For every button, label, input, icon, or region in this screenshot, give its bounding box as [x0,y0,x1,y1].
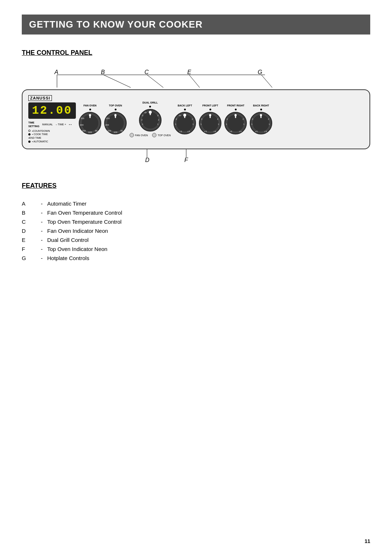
letter-e-top: E [187,69,191,75]
bottom-letter-labels: D F [22,149,370,164]
timer-section: ZANUSSI 12.00 TIMESETTING MANUAL – TIME … [28,95,76,143]
feature-desc-b: Fan Oven Temperature Control [47,210,370,216]
letter-g-top: G [258,69,262,75]
feature-item-g: G - Hotplate Controls [22,255,370,261]
automatic-label: • AUTOMATIC [32,140,48,143]
countdown-label: •COUNTDOWN [32,129,50,133]
feature-desc-g: Hotplate Controls [47,255,370,261]
svg-rect-36 [150,112,151,115]
fan-oven-knob-group: FAN OVEN 0 250 200 150 100 50 [79,104,101,134]
feature-desc-c: Top Oven Temperature Control [47,219,370,225]
front-right-knob-group: FRONT RIGHT 0 2 1 2 1 s 9 s 9 [224,104,247,134]
features-section: FEATURES A - Automatic Timer B - Fan Ove… [22,182,370,261]
letter-f-bottom: F [184,157,188,163]
front-right-knob[interactable]: 0 2 1 2 1 s 9 s 9 [224,112,247,134]
svg-line-3 [189,75,200,88]
fan-oven-neon-circle [130,133,134,137]
top-oven-knob[interactable]: 0 250 200 150 100 50 [104,112,127,134]
feature-item-c: C - Top Oven Temperature Control [22,219,370,225]
svg-text:100: 100 [114,131,118,133]
end-time-label: •END TIME [28,136,41,140]
feature-desc-d: Fan Oven Indicator Neon [47,228,370,234]
feature-letter-g: G [22,255,36,261]
time-plus-label: – TIME + [56,123,66,126]
top-oven-neon-label: TOP OVEN [158,134,171,137]
top-oven-neon-group: TOP OVEN [152,133,171,137]
letter-d-bottom: D [145,157,150,163]
fan-oven-neon-label: FAN OVEN [135,134,148,137]
back-left-knob-label: BACK LEFT [178,104,192,107]
svg-text:s 9: s 9 [255,130,258,133]
countdown-dot [28,130,30,132]
svg-text:250: 250 [106,117,110,119]
svg-text:250: 250 [81,117,85,119]
manual-label: MANUAL [42,123,53,126]
fan-oven-knob[interactable]: 0 250 200 150 100 50 [79,112,101,134]
svg-line-4 [261,75,272,88]
feature-item-b: B - Fan Oven Temperature Control [22,210,370,216]
svg-rect-47 [184,114,185,118]
feature-item-d: D - Fan Oven Indicator Neon [22,228,370,234]
svg-text:150: 150 [82,130,86,132]
svg-text:s 9: s 9 [239,130,242,133]
svg-text:50: 50 [121,130,123,132]
back-left-knob[interactable]: •0• 2 1 2 1 s 9 s 9 [173,112,196,134]
back-right-knob-group: BACK RIGHT 0 2 1 2 1 s 9 s 9 [250,104,272,134]
feature-letter-c: C [22,219,36,225]
brand-label: ZANUSSI [28,95,52,101]
feature-letter-f: F [22,246,36,252]
svg-rect-15 [90,114,91,118]
neon-indicators: FAN OVEN TOP OVEN [130,133,171,137]
top-oven-neon-circle [152,133,156,137]
svg-text:50: 50 [95,130,98,132]
automatic-dot [28,141,30,143]
time-setting-label: TIMESETTING [28,121,39,128]
svg-text:s 9: s 9 [265,130,267,133]
svg-text:150: 150 [107,130,111,132]
svg-text:s 9: s 9 [188,130,190,133]
top-oven-knob-label: TOP OVEN [109,104,122,107]
svg-text:•0•: •0• [179,114,181,117]
feature-dash-e: - [36,237,47,243]
front-left-dot [209,109,211,110]
svg-text:s 9: s 9 [214,130,216,133]
dual-grill-dot [149,106,151,108]
dual-grill-knob-label: DUAL GRILL [143,101,158,104]
letter-c-top: C [144,69,149,75]
svg-line-1 [103,75,131,88]
timer-dots: • • [69,123,72,126]
back-right-knob[interactable]: 0 2 1 2 1 s 9 s 9 [250,112,272,134]
feature-letter-e: E [22,237,36,243]
fan-oven-dot [89,109,91,110]
feature-dash-d: - [36,228,47,234]
feature-item-f: F - Top Oven Indicator Neon [22,246,370,252]
feature-letter-b: B [22,210,36,216]
svg-rect-69 [235,114,236,118]
dual-grill-group: DUAL GRILL •0• 3 2 1 3 [130,101,171,137]
svg-text:100: 100 [88,131,92,133]
back-left-dot [184,109,186,110]
letter-a-top: A [54,69,58,75]
top-letter-labels: A B C E G [22,68,370,89]
dual-grill-knob-group: DUAL GRILL •0• 3 2 1 3 [139,101,162,131]
feature-dash-b: - [36,210,47,216]
back-left-knob-group: BACK LEFT •0• 2 1 2 1 s 9 s 9 [173,104,196,134]
page-title: GETTING TO KNOW YOUR COOKER [29,19,363,30]
dual-grill-knob[interactable]: •0• 3 2 1 3 2 1 [139,109,162,131]
feature-desc-e: Dual Grill Control [47,237,370,243]
feature-dash-a: - [36,200,47,207]
svg-rect-58 [210,114,211,118]
front-right-dot [235,109,237,110]
feature-dash-c: - [36,219,47,225]
top-leader-lines: A B C E G [22,68,370,89]
features-heading: FEATURES [22,182,370,190]
svg-text:s 9: s 9 [204,130,207,133]
fan-oven-neon-group: FAN OVEN [130,133,148,137]
timer-controls: TIMESETTING MANUAL – TIME + • • •COUNTDO… [28,121,72,143]
front-left-knob-label: FRONT LEFT [203,104,219,107]
svg-rect-80 [261,114,262,118]
svg-text:•0•: •0• [144,112,147,114]
front-left-knob[interactable]: 0 2 1 2 1 s 9 s 9 [199,112,221,134]
page-title-bar: GETTING TO KNOW YOUR COOKER [22,15,370,35]
bottom-leader-lines: D F [22,149,370,164]
